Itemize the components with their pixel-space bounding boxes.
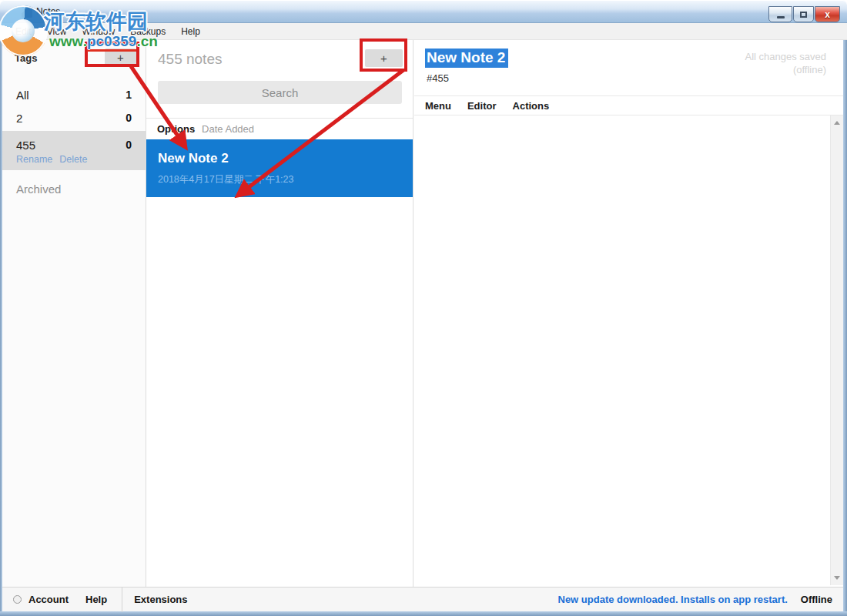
scroll-up-icon[interactable] [834, 121, 840, 125]
account-button[interactable]: Account [28, 594, 69, 605]
status-bar: Account Help Extensions New update downl… [2, 587, 843, 611]
menu-edit[interactable]: Edit [8, 23, 39, 40]
add-tag-button[interactable]: + [105, 49, 136, 65]
window-title: Notes [36, 6, 60, 17]
minimize-button[interactable] [768, 6, 792, 22]
tag-count: 1 [126, 89, 132, 101]
minimize-icon [777, 16, 785, 18]
close-icon: x [825, 9, 830, 20]
notes-list-panel: 455 notes + Search Options Date Added Ne… [146, 40, 413, 587]
window-border-right [843, 40, 847, 616]
app-icon [22, 7, 32, 18]
menu-window[interactable]: Window [74, 23, 122, 40]
save-status-line2: (offline) [745, 63, 826, 76]
note-item-date: 2018年4月17日星期二 下午1:23 [158, 173, 401, 186]
notes-list-header: 455 notes + [146, 40, 413, 74]
title-bar: Notes x [0, 0, 847, 23]
sidebar-item-455-selected[interactable]: 455 0 Rename Delete [2, 131, 146, 170]
add-note-button[interactable]: + [365, 49, 403, 67]
tags-list: All 1 2 0 455 0 Rename Delete Archived [2, 83, 146, 196]
sidebar-item-all[interactable]: All 1 [2, 83, 146, 106]
close-button[interactable]: x [815, 6, 840, 22]
scroll-down-icon[interactable] [834, 576, 840, 580]
tags-sidebar: Tags + All 1 2 0 455 0 Rename Delete [2, 40, 146, 587]
update-notice-link[interactable]: New update downloaded. Installs on app r… [558, 594, 788, 605]
menu-backups[interactable]: Backups [122, 23, 173, 40]
editor-header: New Note 2 #455 All changes saved (offli… [414, 40, 843, 95]
editor-menu-bar: Menu Editor Actions [414, 95, 843, 116]
sort-mode-label[interactable]: Date Added [202, 123, 254, 135]
note-item-title: New Note 2 [158, 151, 401, 166]
menu-view[interactable]: View [39, 23, 75, 40]
note-title-input[interactable]: New Note 2 [425, 49, 508, 68]
tag-label: 2 [16, 112, 22, 125]
tag-count: 0 [126, 112, 132, 124]
rename-tag-link[interactable]: Rename [16, 154, 52, 165]
offline-status-label: Offline [801, 594, 832, 605]
editor-menu-actions[interactable]: Actions [513, 100, 550, 112]
tags-header: Tags + [2, 40, 146, 74]
help-button[interactable]: Help [85, 594, 107, 605]
editor-menu-editor[interactable]: Editor [467, 100, 497, 112]
tags-title: Tags [15, 52, 37, 64]
account-status-icon [13, 595, 22, 604]
tag-actions: Rename Delete [2, 154, 146, 165]
notes-list-toolbar: Options Date Added [146, 118, 413, 139]
editor-panel: New Note 2 #455 All changes saved (offli… [414, 40, 843, 587]
note-content-area[interactable] [414, 116, 843, 585]
menu-help[interactable]: Help [173, 23, 208, 40]
note-list-item-selected[interactable]: New Note 2 2018年4月17日星期二 下午1:23 [146, 139, 413, 197]
options-button[interactable]: Options [157, 123, 195, 135]
extensions-button[interactable]: Extensions [134, 594, 187, 605]
footer-divider [122, 588, 122, 612]
maximize-icon [800, 12, 807, 18]
sidebar-item-2[interactable]: 2 0 [2, 106, 146, 129]
editor-menu-menu[interactable]: Menu [425, 100, 451, 112]
save-status-line1: All changes saved [745, 50, 826, 63]
editor-scrollbar[interactable] [830, 116, 843, 585]
sidebar-item-455[interactable]: 455 0 [2, 131, 146, 154]
tag-label: 455 [16, 139, 35, 152]
tag-count: 0 [126, 139, 132, 151]
sidebar-item-archived[interactable]: Archived [2, 182, 146, 196]
window-border-bottom [0, 611, 847, 616]
app-window: Notes x Edit View Window Backups Help Ta… [0, 0, 847, 616]
delete-tag-link[interactable]: Delete [59, 154, 87, 165]
save-status: All changes saved (offline) [745, 50, 826, 76]
tag-label: All [16, 89, 29, 102]
maximize-button[interactable] [793, 6, 814, 22]
notes-count-label: 455 notes [158, 51, 222, 68]
menu-bar: Edit View Window Backups Help [0, 23, 847, 40]
search-input[interactable]: Search [158, 81, 402, 104]
